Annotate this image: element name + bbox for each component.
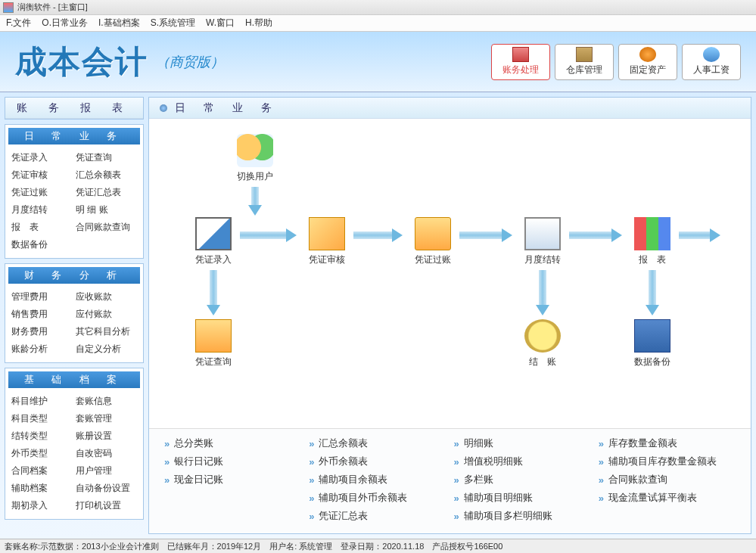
banner: 成本会计 （商贸版） 账务处理 仓库管理 固定资产 人事工资 [0, 32, 756, 92]
sidebar-link[interactable]: 自定义分析 [74, 340, 138, 358]
sidebar-link[interactable]: 财务费用 [10, 323, 74, 340]
sidebar-section-head: 日 常 业 务 [8, 128, 140, 144]
arrow-icon [679, 228, 720, 242]
workflow-diagram: 切换用户 凭证录入 凭证审核 凭证过账 月度结转 报 表 凭证查询 结 账 数据… [149, 119, 751, 428]
sidebar-link[interactable]: 凭证查询 [74, 149, 138, 166]
report-link[interactable]: 汇总余额表 [309, 436, 446, 450]
sidebar-link[interactable]: 套账管理 [74, 410, 138, 427]
report-link[interactable]: 外币余额表 [309, 455, 446, 468]
menu-system[interactable]: S.系统管理 [151, 17, 195, 30]
titlebar: 润衡软件 - [主窗口] [0, 0, 756, 15]
report-link[interactable]: 银行日记账 [164, 455, 301, 468]
users-icon [237, 134, 273, 167]
sidebar-link[interactable]: 科目类型 [10, 410, 74, 427]
sidebar-link[interactable]: 科目维护 [10, 393, 74, 410]
sidebar-section-head: 财 务 分 析 [8, 267, 140, 284]
sidebar-link[interactable]: 凭证录入 [10, 149, 74, 166]
sidebar-link[interactable]: 外币类型 [10, 445, 74, 462]
main-title: 日 常 业 务 [149, 98, 751, 119]
report-link[interactable]: 辅助项目余额表 [309, 473, 446, 486]
node-audit[interactable]: 凭证审核 [300, 217, 353, 266]
arrow-icon [536, 270, 549, 315]
tab-assets[interactable]: 固定资产 [618, 44, 677, 80]
sidebar-link[interactable]: 辅助档案 [10, 480, 74, 497]
sidebar-link[interactable]: 自动备份设置 [74, 480, 138, 497]
sidebar-section-head: 基 础 档 案 [8, 371, 140, 388]
report-links: 总分类账汇总余额表明细账库存数量金额表银行日记账外币余额表增值税明细账辅助项目库… [149, 428, 751, 533]
report-link[interactable]: 辅助项目多栏明细账 [454, 509, 591, 523]
report-link[interactable]: 辅助项目库存数量金额表 [599, 455, 736, 468]
banner-toolbar: 账务处理 仓库管理 固定资产 人事工资 [491, 44, 741, 80]
node-switch-user[interactable]: 切换用户 [229, 134, 282, 183]
app-icon [3, 2, 14, 13]
sidebar-link[interactable]: 凭证审核 [10, 166, 74, 184]
doc-icon [195, 217, 232, 250]
report-link[interactable]: 现金日记账 [164, 473, 301, 486]
menu-archive[interactable]: I.基础档案 [98, 17, 140, 30]
sidebar-link[interactable]: 期初录入 [10, 497, 74, 514]
report-link[interactable]: 增值税明细账 [454, 455, 591, 468]
menu-daily[interactable]: O.日常业务 [42, 17, 88, 30]
tab-accounting[interactable]: 账务处理 [491, 44, 550, 80]
sidebar-link[interactable]: 管理费用 [10, 288, 74, 306]
main-area: 日 常 业 务 切换用户 凭证录入 凭证审核 凭证过账 月度结转 报 表 凭证查… [148, 92, 756, 539]
arrow-icon [459, 228, 512, 242]
box-icon [576, 47, 593, 62]
gear-icon [639, 47, 656, 62]
node-month-end[interactable]: 月度结转 [516, 217, 569, 266]
people-icon [703, 47, 720, 62]
report-link[interactable]: 合同账款查询 [599, 473, 736, 486]
bullet-icon [160, 104, 167, 112]
sidebar-link[interactable]: 数据备份 [10, 236, 138, 253]
sidebar-title: 账 务 报 表 [5, 98, 143, 119]
sidebar-link[interactable]: 合同档案 [10, 462, 74, 480]
menu-file[interactable]: F.文件 [6, 17, 31, 30]
sidebar-link[interactable]: 账册设置 [74, 427, 138, 445]
arrow-icon [353, 228, 403, 242]
report-link[interactable]: 凭证汇总表 [309, 509, 446, 523]
sidebar-link[interactable]: 合同账款查询 [74, 219, 138, 236]
search-icon [195, 319, 232, 353]
sidebar-link[interactable]: 明 细 账 [74, 201, 138, 219]
sidebar-link[interactable]: 打印机设置 [74, 497, 138, 514]
menubar: F.文件 O.日常业务 I.基础档案 S.系统管理 W.窗口 H.帮助 [0, 15, 756, 32]
sidebar-link[interactable]: 用户管理 [74, 462, 138, 480]
menu-window[interactable]: W.窗口 [206, 17, 235, 30]
book-icon [512, 47, 529, 62]
report-link[interactable]: 多栏账 [454, 473, 591, 486]
node-settle[interactable]: 结 账 [516, 319, 569, 368]
node-backup[interactable]: 数据备份 [626, 319, 679, 368]
sidebar-link[interactable]: 应收账款 [74, 288, 138, 306]
sidebar-link[interactable]: 结转类型 [10, 427, 74, 445]
sidebar-link[interactable]: 其它科目分析 [74, 323, 138, 340]
window-title: 润衡软件 - [主窗口] [17, 2, 88, 13]
sidebar-link[interactable]: 应付账款 [74, 306, 138, 323]
report-link[interactable]: 库存数量金额表 [599, 436, 736, 450]
sidebar-link[interactable]: 报 表 [10, 219, 74, 236]
menu-help[interactable]: H.帮助 [245, 17, 272, 30]
node-query[interactable]: 凭证查询 [187, 319, 240, 368]
sidebar-link[interactable]: 汇总余额表 [74, 166, 138, 184]
arrow-icon [248, 187, 262, 216]
report-link[interactable]: 辅助项目外币余额表 [309, 491, 446, 505]
sidebar-link[interactable]: 自改密码 [74, 445, 138, 462]
sidebar-link[interactable]: 凭证过账 [10, 184, 74, 201]
arrow-icon [207, 270, 220, 315]
node-entry[interactable]: 凭证录入 [187, 217, 240, 266]
node-post[interactable]: 凭证过账 [406, 217, 459, 266]
report-link[interactable]: 总分类账 [164, 436, 301, 450]
chart-icon [634, 217, 670, 250]
sidebar-link[interactable]: 月度结转 [10, 201, 74, 219]
report-link[interactable]: 辅助项目明细账 [454, 491, 591, 505]
sidebar-link[interactable]: 凭证汇总表 [74, 184, 138, 201]
sidebar-link[interactable]: 套账信息 [74, 393, 138, 410]
tab-hr[interactable]: 人事工资 [682, 44, 741, 80]
sidebar-link[interactable]: 销售费用 [10, 306, 74, 323]
arrow-icon [240, 228, 297, 242]
report-link[interactable]: 明细账 [454, 436, 591, 450]
folder-icon [415, 217, 451, 250]
node-report[interactable]: 报 表 [626, 217, 679, 266]
sidebar-link[interactable]: 账龄分析 [10, 340, 74, 358]
report-link[interactable]: 现金流量试算平衡表 [599, 491, 736, 505]
tab-warehouse[interactable]: 仓库管理 [555, 44, 614, 80]
